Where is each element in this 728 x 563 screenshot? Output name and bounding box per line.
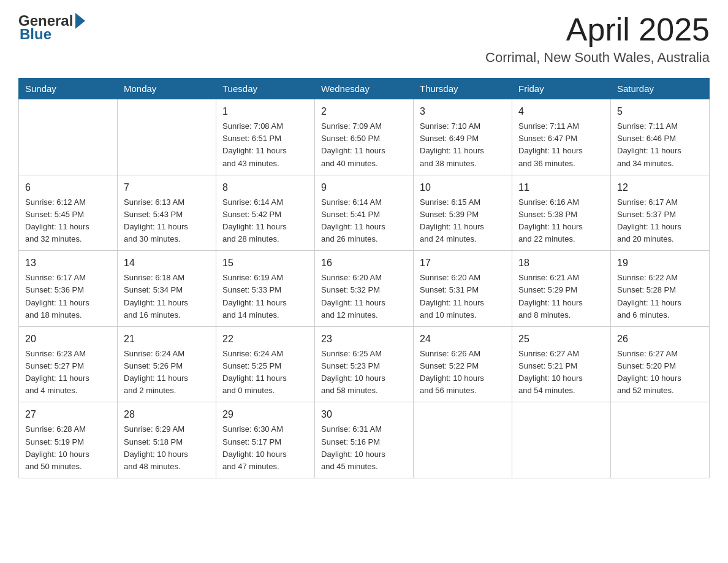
day-info: Sunrise: 6:20 AM Sunset: 5:31 PM Dayligh… (420, 272, 506, 321)
weekday-header-sunday: Sunday (19, 79, 118, 99)
day-number: 14 (124, 256, 210, 270)
day-info: Sunrise: 7:09 AM Sunset: 6:50 PM Dayligh… (321, 120, 407, 170)
calendar-cell: 28Sunrise: 6:29 AM Sunset: 5:18 PM Dayli… (118, 402, 216, 478)
day-number: 16 (321, 256, 407, 270)
day-number: 5 (617, 104, 703, 119)
page-header: General Blue April 2025 Corrimal, New So… (18, 12, 710, 66)
calendar-cell: 18Sunrise: 6:21 AM Sunset: 5:29 PM Dayli… (512, 251, 611, 327)
logo: General Blue (18, 12, 86, 43)
day-number: 13 (25, 256, 111, 270)
day-info: Sunrise: 7:10 AM Sunset: 6:49 PM Dayligh… (420, 120, 506, 170)
calendar-cell: 16Sunrise: 6:20 AM Sunset: 5:32 PM Dayli… (315, 251, 414, 327)
day-info: Sunrise: 6:24 AM Sunset: 5:25 PM Dayligh… (222, 348, 308, 397)
calendar-cell: 2Sunrise: 7:09 AM Sunset: 6:50 PM Daylig… (315, 99, 414, 175)
day-number: 17 (420, 256, 506, 270)
calendar-cell (512, 402, 611, 478)
day-number: 30 (321, 407, 407, 422)
calendar-cell: 8Sunrise: 6:14 AM Sunset: 5:42 PM Daylig… (216, 175, 315, 251)
day-number: 15 (222, 256, 308, 270)
day-info: Sunrise: 6:14 AM Sunset: 5:42 PM Dayligh… (222, 196, 308, 246)
calendar-cell: 1Sunrise: 7:08 AM Sunset: 6:51 PM Daylig… (216, 99, 315, 175)
weekday-header-thursday: Thursday (414, 79, 512, 99)
day-number: 1 (222, 104, 308, 119)
calendar-cell: 12Sunrise: 6:17 AM Sunset: 5:37 PM Dayli… (611, 175, 710, 251)
weekday-header-monday: Monday (118, 79, 216, 99)
title-area: April 2025 Corrimal, New South Wales, Au… (485, 12, 710, 66)
calendar-cell: 19Sunrise: 6:22 AM Sunset: 5:28 PM Dayli… (611, 251, 710, 327)
calendar-cell (611, 402, 710, 478)
day-number: 7 (124, 180, 210, 195)
day-number: 24 (420, 332, 506, 347)
calendar-cell: 21Sunrise: 6:24 AM Sunset: 5:26 PM Dayli… (118, 326, 216, 402)
weekday-header-friday: Friday (512, 79, 611, 99)
day-info: Sunrise: 7:11 AM Sunset: 6:46 PM Dayligh… (617, 120, 703, 170)
day-info: Sunrise: 6:17 AM Sunset: 5:36 PM Dayligh… (25, 272, 111, 321)
day-info: Sunrise: 6:18 AM Sunset: 5:34 PM Dayligh… (124, 272, 210, 321)
weekday-header-saturday: Saturday (611, 79, 710, 99)
day-info: Sunrise: 7:08 AM Sunset: 6:51 PM Dayligh… (222, 120, 308, 170)
calendar-week-row: 20Sunrise: 6:23 AM Sunset: 5:27 PM Dayli… (19, 326, 710, 402)
day-info: Sunrise: 6:17 AM Sunset: 5:37 PM Dayligh… (617, 196, 703, 246)
calendar-cell: 15Sunrise: 6:19 AM Sunset: 5:33 PM Dayli… (216, 251, 315, 327)
calendar-header-row: SundayMondayTuesdayWednesdayThursdayFrid… (19, 79, 710, 99)
calendar-week-row: 13Sunrise: 6:17 AM Sunset: 5:36 PM Dayli… (19, 251, 710, 327)
day-number: 3 (420, 104, 506, 119)
day-info: Sunrise: 6:24 AM Sunset: 5:26 PM Dayligh… (124, 348, 210, 397)
calendar-cell: 5Sunrise: 7:11 AM Sunset: 6:46 PM Daylig… (611, 99, 710, 175)
day-info: Sunrise: 6:21 AM Sunset: 5:29 PM Dayligh… (518, 272, 604, 321)
calendar-cell (414, 402, 512, 478)
day-number: 19 (617, 256, 703, 270)
day-info: Sunrise: 6:28 AM Sunset: 5:19 PM Dayligh… (25, 423, 111, 473)
day-number: 28 (124, 407, 210, 422)
logo-blue-text: Blue (18, 26, 86, 43)
day-info: Sunrise: 6:23 AM Sunset: 5:27 PM Dayligh… (25, 348, 111, 397)
calendar-cell (118, 99, 216, 175)
day-info: Sunrise: 6:31 AM Sunset: 5:16 PM Dayligh… (321, 423, 407, 473)
calendar-cell: 26Sunrise: 6:27 AM Sunset: 5:20 PM Dayli… (611, 326, 710, 402)
calendar-table: SundayMondayTuesdayWednesdayThursdayFrid… (18, 78, 710, 478)
day-info: Sunrise: 7:11 AM Sunset: 6:47 PM Dayligh… (518, 120, 604, 170)
calendar-cell: 27Sunrise: 6:28 AM Sunset: 5:19 PM Dayli… (19, 402, 118, 478)
day-info: Sunrise: 6:12 AM Sunset: 5:45 PM Dayligh… (25, 196, 111, 246)
day-number: 23 (321, 332, 407, 347)
day-number: 26 (617, 332, 703, 347)
day-info: Sunrise: 6:13 AM Sunset: 5:43 PM Dayligh… (124, 196, 210, 246)
day-number: 22 (222, 332, 308, 347)
month-title: April 2025 (485, 12, 710, 47)
day-info: Sunrise: 6:15 AM Sunset: 5:39 PM Dayligh… (420, 196, 506, 246)
calendar-cell: 4Sunrise: 7:11 AM Sunset: 6:47 PM Daylig… (512, 99, 611, 175)
day-info: Sunrise: 6:29 AM Sunset: 5:18 PM Dayligh… (124, 423, 210, 473)
day-info: Sunrise: 6:25 AM Sunset: 5:23 PM Dayligh… (321, 348, 407, 397)
day-info: Sunrise: 6:14 AM Sunset: 5:41 PM Dayligh… (321, 196, 407, 246)
calendar-cell: 25Sunrise: 6:27 AM Sunset: 5:21 PM Dayli… (512, 326, 611, 402)
calendar-cell: 23Sunrise: 6:25 AM Sunset: 5:23 PM Dayli… (315, 326, 414, 402)
day-number: 29 (222, 407, 308, 422)
day-number: 20 (25, 332, 111, 347)
calendar-cell: 22Sunrise: 6:24 AM Sunset: 5:25 PM Dayli… (216, 326, 315, 402)
day-info: Sunrise: 6:26 AM Sunset: 5:22 PM Dayligh… (420, 348, 506, 397)
calendar-cell: 7Sunrise: 6:13 AM Sunset: 5:43 PM Daylig… (118, 175, 216, 251)
location-title: Corrimal, New South Wales, Australia (485, 50, 710, 66)
calendar-cell: 24Sunrise: 6:26 AM Sunset: 5:22 PM Dayli… (414, 326, 512, 402)
day-number: 27 (25, 407, 111, 422)
day-number: 10 (420, 180, 506, 195)
weekday-header-tuesday: Tuesday (216, 79, 315, 99)
calendar-week-row: 1Sunrise: 7:08 AM Sunset: 6:51 PM Daylig… (19, 99, 710, 175)
day-info: Sunrise: 6:30 AM Sunset: 5:17 PM Dayligh… (222, 423, 308, 473)
day-info: Sunrise: 6:16 AM Sunset: 5:38 PM Dayligh… (518, 196, 604, 246)
calendar-cell: 10Sunrise: 6:15 AM Sunset: 5:39 PM Dayli… (414, 175, 512, 251)
day-number: 21 (124, 332, 210, 347)
day-info: Sunrise: 6:22 AM Sunset: 5:28 PM Dayligh… (617, 272, 703, 321)
calendar-week-row: 27Sunrise: 6:28 AM Sunset: 5:19 PM Dayli… (19, 402, 710, 478)
day-info: Sunrise: 6:19 AM Sunset: 5:33 PM Dayligh… (222, 272, 308, 321)
day-info: Sunrise: 6:20 AM Sunset: 5:32 PM Dayligh… (321, 272, 407, 321)
day-number: 8 (222, 180, 308, 195)
day-info: Sunrise: 6:27 AM Sunset: 5:21 PM Dayligh… (518, 348, 604, 397)
day-info: Sunrise: 6:27 AM Sunset: 5:20 PM Dayligh… (617, 348, 703, 397)
calendar-cell: 6Sunrise: 6:12 AM Sunset: 5:45 PM Daylig… (19, 175, 118, 251)
weekday-header-wednesday: Wednesday (315, 79, 414, 99)
day-number: 18 (518, 256, 604, 270)
day-number: 11 (518, 180, 604, 195)
calendar-cell: 17Sunrise: 6:20 AM Sunset: 5:31 PM Dayli… (414, 251, 512, 327)
day-number: 4 (518, 104, 604, 119)
